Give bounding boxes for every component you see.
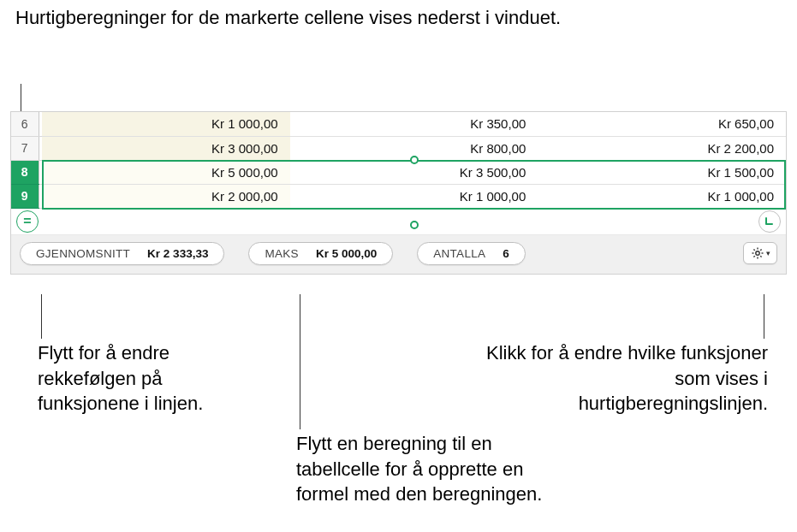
cell-corner-button[interactable]	[758, 210, 781, 233]
callout-left-leader	[41, 294, 42, 339]
callout-bottom-right: Klikk for å endre hvilke funksjoner som …	[485, 340, 768, 417]
cell[interactable]: Kr 1 000,00	[538, 184, 786, 208]
cell[interactable]: Kr 3 500,00	[290, 160, 538, 184]
calc-settings-button[interactable]: ▾	[743, 242, 777, 264]
cell[interactable]: Kr 650,00	[538, 112, 786, 136]
table-row-selected[interactable]: 8 Kr 5 000,00 Kr 3 500,00 Kr 1 500,00	[11, 160, 786, 184]
svg-line-7	[760, 249, 761, 250]
callout-top-leader	[21, 84, 21, 111]
row-header[interactable]: 7	[11, 136, 39, 160]
table-row[interactable]: 7 Kr 3 000,00 Kr 800,00 Kr 2 200,00	[11, 136, 786, 160]
row-header[interactable]: 9	[11, 184, 39, 208]
callout-right-leader	[764, 294, 764, 339]
svg-line-8	[753, 256, 754, 257]
calc-label: MAKS	[265, 247, 298, 260]
cell[interactable]: Kr 5 000,00	[42, 160, 290, 184]
formula-button[interactable]: =	[16, 210, 39, 233]
cell[interactable]: Kr 1 000,00	[290, 184, 538, 208]
equals-icon: =	[23, 214, 31, 229]
cell[interactable]: Kr 1 000,00	[42, 112, 290, 136]
callout-bottom-middle: Flytt en beregning til en tabellcelle fo…	[296, 431, 579, 507]
svg-point-0	[755, 251, 758, 255]
calc-value: Kr 5 000,00	[316, 247, 377, 260]
data-table: 6 Kr 1 000,00 Kr 350,00 Kr 650,00 7 Kr 3…	[11, 112, 786, 209]
cell[interactable]: Kr 800,00	[290, 136, 538, 160]
calc-value: Kr 2 333,33	[147, 247, 208, 260]
row-header[interactable]: 6	[11, 112, 39, 136]
svg-line-5	[753, 249, 754, 250]
cell[interactable]: Kr 1 500,00	[538, 160, 786, 184]
calc-label: ANTALLA	[433, 247, 485, 260]
calc-pill-average[interactable]: GJENNOMSNITT Kr 2 333,33	[20, 242, 224, 265]
table-row-selected[interactable]: 9 Kr 2 000,00 Kr 1 000,00 Kr 1 000,00	[11, 184, 786, 208]
calc-pill-max[interactable]: MAKS Kr 5 000,00	[248, 242, 393, 265]
callout-bottom-left: Flytt for å endre rekkefølgen på funksjo…	[38, 340, 260, 417]
cell[interactable]: Kr 3 000,00	[42, 136, 290, 160]
calc-pill-count[interactable]: ANTALLA 6	[417, 242, 526, 265]
callout-middle-leader	[300, 294, 300, 429]
cell[interactable]: Kr 2 000,00	[42, 184, 290, 208]
svg-line-6	[760, 256, 761, 257]
calc-label: GJENNOMSNITT	[36, 247, 130, 260]
row-header[interactable]: 8	[11, 160, 39, 184]
sheet-footer-icons: =	[11, 209, 786, 234]
quick-calc-bar: GJENNOMSNITT Kr 2 333,33 MAKS Kr 5 000,0…	[11, 234, 786, 274]
calc-value: 6	[503, 247, 509, 260]
cell[interactable]: Kr 2 200,00	[538, 136, 786, 160]
corner-icon	[764, 216, 776, 228]
cell[interactable]: Kr 350,00	[290, 112, 538, 136]
gear-icon	[751, 246, 764, 260]
chevron-down-icon: ▾	[766, 249, 770, 257]
callout-top: Hurtigberegninger for de markerte cellen…	[15, 5, 561, 31]
table-row[interactable]: 6 Kr 1 000,00 Kr 350,00 Kr 650,00	[11, 112, 786, 136]
spreadsheet-panel: 6 Kr 1 000,00 Kr 350,00 Kr 650,00 7 Kr 3…	[10, 111, 787, 275]
